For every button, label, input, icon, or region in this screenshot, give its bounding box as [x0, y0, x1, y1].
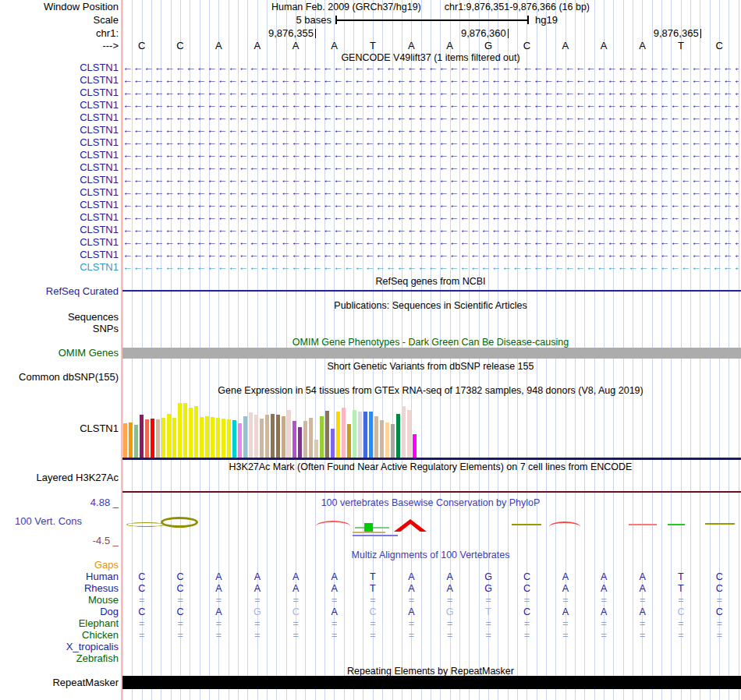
multiz-cell[interactable]: =: [392, 595, 431, 606]
multiz-cell[interactable]: A: [392, 571, 431, 582]
multiz-cell[interactable]: A: [238, 583, 276, 594]
multiz-cell[interactable]: A: [392, 606, 431, 617]
multiz-cell[interactable]: =: [623, 618, 661, 629]
phylop-track-title[interactable]: 100 vertebrates Basewise Conservation by…: [122, 497, 739, 508]
multiz-species-label[interactable]: Gaps: [0, 560, 119, 571]
snps-label[interactable]: SNPs: [0, 323, 119, 334]
multiz-cell[interactable]: =: [277, 630, 315, 641]
multiz-cell[interactable]: =: [585, 630, 623, 641]
gencode-transcript-row[interactable]: ←←←←←←←←←←←←←←←←←←←←←←←←←←←←←←←←←←←←←←←←…: [122, 237, 739, 248]
gtex-tissue-bar[interactable]: [200, 417, 204, 458]
gencode-transcript-row[interactable]: ←←←←←←←←←←←←←←←←←←←←←←←←←←←←←←←←←←←←←←←←…: [122, 262, 739, 273]
multiz-cell[interactable]: A: [623, 583, 661, 594]
gtex-tissue-bar[interactable]: [178, 403, 182, 458]
sequence-base[interactable]: T: [353, 41, 392, 51]
sequence-base[interactable]: T: [661, 41, 700, 51]
gencode-transcript-row[interactable]: ←←←←←←←←←←←←←←←←←←←←←←←←←←←←←←←←←←←←←←←←…: [122, 212, 739, 223]
gtex-tissue-bar[interactable]: [260, 419, 264, 458]
gencode-item-label[interactable]: CLSTN1: [0, 62, 119, 73]
repeatmasker-item-bar[interactable]: [122, 676, 741, 689]
gtex-tissue-bar[interactable]: [167, 414, 171, 458]
multiz-cell[interactable]: =: [200, 595, 238, 606]
gencode-item-label[interactable]: CLSTN1: [0, 187, 119, 198]
gtex-tissue-bar[interactable]: [282, 416, 285, 458]
multiz-cell[interactable]: =: [315, 595, 353, 606]
multiz-cell[interactable]: G: [469, 583, 507, 594]
multiz-species-label[interactable]: Rhesus: [0, 583, 119, 594]
multiz-cell[interactable]: T: [469, 606, 507, 617]
multiz-cell[interactable]: =: [661, 630, 700, 641]
gtex-tissue-bar[interactable]: [325, 411, 329, 458]
multiz-cell[interactable]: =: [122, 618, 161, 629]
multiz-cell[interactable]: =: [661, 618, 700, 629]
gtex-tissue-bar[interactable]: [331, 429, 335, 458]
multiz-species-label[interactable]: Elephant: [0, 618, 119, 629]
gtex-tissue-bar[interactable]: [314, 440, 318, 458]
multiz-cell[interactable]: =: [469, 630, 507, 641]
gencode-item-label[interactable]: CLSTN1: [0, 125, 119, 136]
multiz-cell[interactable]: A: [315, 571, 353, 582]
multiz-cell[interactable]: =: [161, 618, 199, 629]
multiz-species-label[interactable]: X_tropicalis: [0, 642, 119, 652]
gtex-tissue-bar[interactable]: [292, 421, 296, 458]
multiz-cell[interactable]: A: [238, 571, 276, 582]
gtex-tissue-bar[interactable]: [134, 425, 138, 458]
gencode-item-label[interactable]: CLSTN1: [0, 137, 119, 148]
gtex-tissue-bar[interactable]: [342, 408, 346, 458]
gtex-tissue-bar[interactable]: [222, 419, 225, 458]
sequence-base[interactable]: C: [508, 41, 546, 51]
multiz-cell[interactable]: A: [431, 583, 469, 594]
multiz-cell[interactable]: T: [353, 583, 392, 594]
multiz-cell[interactable]: T: [661, 583, 700, 594]
gencode-transcript-row[interactable]: ←←←←←←←←←←←←←←←←←←←←←←←←←←←←←←←←←←←←←←←←…: [122, 200, 739, 210]
multiz-cell[interactable]: A: [200, 571, 238, 582]
multiz-cell[interactable]: =: [623, 630, 661, 641]
sequence-base[interactable]: C: [122, 41, 161, 51]
gencode-item-label[interactable]: CLSTN1: [0, 200, 119, 210]
gtex-tissue-bar[interactable]: [363, 412, 367, 458]
omim-track-title[interactable]: OMIM Gene Phenotypes - Dark Green Can Be…: [122, 337, 739, 348]
multiz-cell[interactable]: A: [585, 571, 623, 582]
multiz-cell[interactable]: C: [700, 606, 739, 617]
repeatmasker-label[interactable]: RepeatMasker: [0, 677, 119, 688]
gtex-tissue-bar[interactable]: [358, 412, 362, 458]
phylop-glyph-lens[interactable]: [126, 522, 165, 527]
sequence-base[interactable]: C: [161, 41, 199, 51]
gtex-tissue-bar[interactable]: [320, 416, 324, 458]
gtex-tissue-bar[interactable]: [140, 415, 144, 458]
layered-h3k27ac-label[interactable]: Layered H3K27Ac: [0, 472, 119, 483]
multiz-cell[interactable]: =: [546, 618, 584, 629]
multiz-cell[interactable]: =: [238, 630, 276, 641]
gencode-item-label[interactable]: CLSTN1: [0, 249, 119, 260]
gencode-item-label[interactable]: CLSTN1: [0, 87, 119, 98]
multiz-cell[interactable]: =: [469, 595, 507, 606]
multiz-cell[interactable]: =: [161, 595, 199, 606]
phylop-glyph-line[interactable]: [353, 532, 385, 533]
gtex-tissue-bar[interactable]: [276, 415, 280, 458]
phylop-glyph-square[interactable]: [364, 523, 373, 532]
gencode-transcript-row[interactable]: ←←←←←←←←←←←←←←←←←←←←←←←←←←←←←←←←←←←←←←←←…: [122, 175, 739, 186]
gencode-item-label[interactable]: CLSTN1: [0, 100, 119, 111]
gtex-tissue-bar[interactable]: [391, 424, 395, 458]
gtex-tissue-bar[interactable]: [374, 416, 378, 458]
strand-direction-label[interactable]: --->: [0, 41, 119, 51]
multiz-cell[interactable]: C: [508, 571, 546, 582]
multiz-cell[interactable]: A: [200, 606, 238, 617]
gtex-tissue-bar[interactable]: [123, 423, 127, 458]
gtex-tissue-bar[interactable]: [402, 406, 406, 458]
gtex-track-title[interactable]: Gene Expression in 54 tissues from GTEx …: [122, 385, 739, 396]
gencode-transcript-row[interactable]: ←←←←←←←←←←←←←←←←←←←←←←←←←←←←←←←←←←←←←←←←…: [122, 137, 739, 148]
gencode-track-title[interactable]: GENCODE V49lift37 (1 items filtered out): [122, 52, 739, 63]
omim-genes-label[interactable]: OMIM Genes: [0, 348, 119, 359]
multiz-cell[interactable]: G: [238, 606, 276, 617]
multiz-cell[interactable]: =: [546, 630, 584, 641]
refseq-track-title[interactable]: RefSeq genes from NCBI: [122, 276, 739, 287]
multiz-cell[interactable]: =: [122, 630, 161, 641]
gencode-item-label[interactable]: CLSTN1: [0, 162, 119, 173]
multiz-cell[interactable]: A: [392, 583, 431, 594]
sequence-base[interactable]: A: [392, 41, 431, 51]
gencode-item-label[interactable]: CLSTN1: [0, 237, 119, 248]
sequence-base[interactable]: A: [277, 41, 315, 51]
gtex-tissue-bar[interactable]: [413, 434, 417, 458]
sequence-base[interactable]: C: [700, 41, 739, 51]
